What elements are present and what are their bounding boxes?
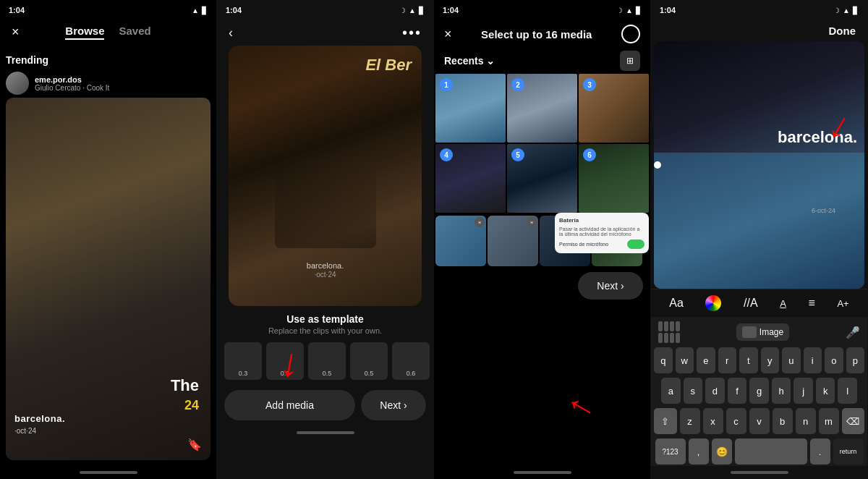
more-button-2[interactable]: ••• — [402, 25, 422, 41]
app-dot — [670, 321, 674, 331]
font-label: Aa — [669, 297, 684, 310]
key-j[interactable]: j — [793, 378, 813, 404]
key-h[interactable]: h — [772, 378, 791, 404]
grid-cell-5[interactable]: 5 — [507, 144, 577, 213]
close-button-3[interactable]: × — [444, 27, 452, 42]
clip-dur-1: 0.3 — [239, 370, 248, 377]
key-f[interactable]: f — [728, 378, 747, 404]
font-tool[interactable]: Aa — [669, 297, 684, 310]
toggle-on[interactable] — [627, 240, 644, 249]
close-button-1[interactable]: × — [12, 25, 20, 40]
panel1-header: × Browse Saved — [0, 20, 216, 44]
grid-cell-4[interactable]: 4 — [435, 144, 506, 213]
key-i[interactable]: i — [804, 347, 822, 373]
panel2-action-buttons: Add media ↓ Next › — [217, 384, 433, 426]
key-q[interactable]: q — [654, 347, 673, 373]
comma-key[interactable]: , — [689, 438, 709, 465]
key-m[interactable]: m — [819, 408, 839, 434]
grid-cell-2[interactable]: 2 — [507, 74, 577, 143]
next-button-2[interactable]: Next › — [361, 390, 426, 420]
next-button-3[interactable]: Next › — [578, 272, 643, 300]
key-o[interactable]: o — [825, 347, 843, 373]
selected-thumb-2[interactable]: × — [488, 216, 538, 266]
circle-button-3[interactable] — [621, 25, 640, 43]
key-r[interactable]: r — [718, 347, 737, 373]
clip-1[interactable]: 0.3 — [224, 342, 262, 380]
clip-4[interactable]: 0.5 — [350, 342, 388, 380]
canvas-dot — [654, 161, 661, 169]
tab-saved[interactable]: Saved — [119, 25, 150, 40]
grid-cell-1[interactable]: 1 — [435, 74, 506, 143]
selected-thumb-1[interactable]: × — [435, 216, 486, 266]
key-a[interactable]: a — [661, 378, 681, 404]
battery-icon-2: ▊ — [419, 7, 425, 14]
username: eme.por.dos — [35, 75, 109, 84]
bookmark-icon[interactable]: 🔖 — [187, 438, 202, 452]
battery-toggle-row: Permiso de micrófono — [559, 240, 644, 249]
key-w[interactable]: w — [676, 347, 694, 373]
wifi-icon-2: ▲ — [409, 7, 416, 14]
key-x[interactable]: x — [703, 408, 723, 434]
app-grid-icon[interactable] — [658, 321, 680, 343]
back-button-2[interactable]: ‹ — [229, 25, 233, 41]
emoji-key[interactable]: 😊 — [712, 438, 732, 465]
key-g[interactable]: g — [749, 378, 769, 404]
key-v[interactable]: v — [749, 408, 770, 434]
time-4: 1:04 — [660, 6, 676, 14]
color-tool[interactable] — [705, 295, 721, 311]
panel-template: 1:04 ☽ ▲ ▊ ‹ ••• El Ber barcelona. ·oct·… — [217, 0, 434, 479]
image-picker-button[interactable]: Image — [736, 323, 789, 341]
grid-view-button[interactable]: ⊞ — [620, 51, 640, 71]
use-template-subtitle: Replace the clips with your own. — [217, 326, 433, 335]
key-b[interactable]: b — [773, 408, 793, 434]
key-t[interactable]: t — [739, 347, 758, 373]
key-y[interactable]: y — [761, 347, 780, 373]
font-style-tool[interactable]: A — [780, 298, 786, 309]
key-e[interactable]: e — [697, 347, 715, 373]
app-dot — [664, 321, 668, 331]
clip-5[interactable]: 0.6 — [392, 342, 430, 380]
image-label: Image — [760, 327, 783, 337]
key-n[interactable]: n — [796, 408, 816, 434]
key-u[interactable]: u — [782, 347, 801, 373]
people-area — [275, 161, 376, 248]
clip-dur-4: 0.5 — [365, 370, 374, 377]
size-tool[interactable]: A+ — [837, 298, 848, 309]
key-p[interactable]: p — [846, 347, 865, 373]
space-key[interactable] — [735, 438, 807, 465]
main-trending-image[interactable]: barcelona. ·oct·24 🔖 ↓ The 24 — [6, 98, 210, 460]
period-key[interactable]: . — [810, 438, 830, 465]
recents-label[interactable]: Recents ⌄ — [444, 55, 495, 67]
home-indicator-4 — [651, 466, 867, 479]
key-l[interactable]: l — [838, 378, 857, 404]
grid-cell-3[interactable]: 3 — [579, 74, 649, 143]
shift-key[interactable]: ⇧ — [654, 408, 677, 434]
microphone-icon[interactable]: 🎤 — [846, 326, 860, 339]
delete-thumb-2[interactable]: × — [527, 217, 537, 227]
editor-canvas[interactable]: barcelona. 6-oct-24 ↓ — [654, 41, 864, 289]
image-icon — [742, 326, 757, 338]
clip-3[interactable]: 0.5 — [308, 342, 346, 380]
done-button[interactable]: Done — [829, 25, 856, 37]
key-k[interactable]: k — [816, 378, 835, 404]
grid-cell-6[interactable]: 6 — [579, 144, 649, 213]
panel-browse: 1:04 ▲ ▊ × Browse Saved Trending eme.por… — [0, 0, 217, 479]
key-z[interactable]: z — [680, 408, 700, 434]
tab-browse[interactable]: Browse — [65, 25, 104, 40]
num-label: 24 — [184, 398, 199, 413]
key-c[interactable]: c — [726, 408, 746, 434]
style-tool[interactable]: //A — [744, 297, 758, 310]
status-bar-2: 1:04 ☽ ▲ ▊ — [217, 0, 433, 20]
delete-thumb-1[interactable]: × — [475, 217, 485, 227]
selection-badge-1: 1 — [440, 78, 453, 91]
user-row[interactable]: eme.por.dos Giulio Cercato · Cook It — [0, 69, 216, 98]
key-row-4: ?123 , 😊 . return — [654, 438, 864, 465]
numbers-key[interactable]: ?123 — [655, 438, 686, 465]
align-tool[interactable]: ≡ — [808, 297, 814, 310]
key-row-2: a s d f g h j k l — [654, 378, 864, 404]
key-d[interactable]: d — [705, 378, 725, 404]
key-s[interactable]: s — [684, 378, 703, 404]
return-key[interactable]: return — [833, 438, 864, 465]
add-media-button[interactable]: Add media ↓ — [224, 390, 355, 420]
backspace-key[interactable]: ⌫ — [842, 408, 865, 434]
